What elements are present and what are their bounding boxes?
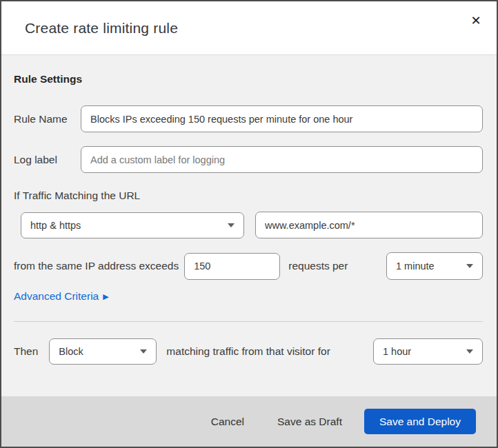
exceeds-row: from the same IP address exceeds request… xyxy=(14,252,483,280)
scheme-select-value: http & https xyxy=(30,220,81,231)
dialog-title: Create rate limiting rule xyxy=(25,20,178,37)
advanced-criteria-link[interactable]: Advanced Criteria ▶ xyxy=(14,290,109,303)
action-middle-text: matching traffic from that visitor for xyxy=(166,345,330,358)
requests-per-text: requests per xyxy=(288,260,348,272)
action-select-value: Block xyxy=(59,346,83,357)
traffic-match-intro: If Traffic Matching the URL xyxy=(14,190,483,202)
rule-settings-heading: Rule Settings xyxy=(14,55,483,85)
action-select[interactable]: Block xyxy=(49,338,157,365)
log-label-row: Log label xyxy=(14,146,483,173)
save-as-draft-button[interactable]: Save as Draft xyxy=(275,410,345,434)
chevron-down-icon xyxy=(466,264,473,268)
cancel-button[interactable]: Cancel xyxy=(208,410,247,434)
chevron-down-icon xyxy=(140,349,147,354)
action-row: Then Block matching traffic from that vi… xyxy=(14,338,483,365)
scheme-select[interactable]: http & https xyxy=(21,212,244,238)
period-select-value: 1 minute xyxy=(396,261,435,272)
log-label-label: Log label xyxy=(14,154,81,166)
dialog-body: Rule Settings Rule Name Log label If Tra… xyxy=(1,55,497,396)
duration-select[interactable]: 1 hour xyxy=(373,338,483,365)
section-divider xyxy=(14,321,483,322)
dialog-footer: Cancel Save as Draft Save and Deploy xyxy=(1,396,497,447)
chevron-down-icon xyxy=(228,223,235,227)
rule-name-row: Rule Name xyxy=(14,105,483,132)
duration-select-value: 1 hour xyxy=(383,346,411,357)
dialog-header: Create rate limiting rule ✕ xyxy=(1,1,497,55)
log-label-input[interactable] xyxy=(81,146,483,173)
exceeds-text: from the same IP address exceeds xyxy=(14,260,179,272)
advanced-criteria-label: Advanced Criteria xyxy=(14,290,99,303)
chevron-down-icon xyxy=(466,349,473,354)
chevron-right-icon: ▶ xyxy=(103,292,108,301)
request-count-input[interactable] xyxy=(184,253,280,280)
save-and-deploy-button[interactable]: Save and Deploy xyxy=(364,409,476,434)
url-match-row: http & https xyxy=(14,212,483,238)
url-pattern-input[interactable] xyxy=(255,212,483,238)
period-select[interactable]: 1 minute xyxy=(386,252,483,280)
then-label: Then xyxy=(14,345,38,358)
create-rate-limiting-rule-dialog: Create rate limiting rule ✕ Rule Setting… xyxy=(0,0,498,448)
rule-name-input[interactable] xyxy=(81,105,483,132)
rule-name-label: Rule Name xyxy=(14,113,81,125)
close-icon[interactable]: ✕ xyxy=(466,11,486,30)
